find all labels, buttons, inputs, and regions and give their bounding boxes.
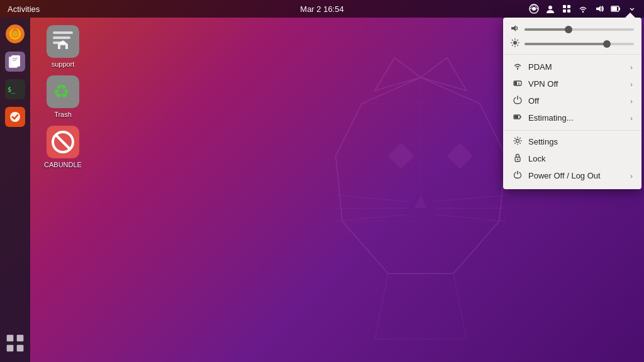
wifi-menu-item[interactable]: PDAM › — [503, 58, 641, 75]
volume-tray-icon[interactable] — [592, 2, 606, 16]
svg-rect-17 — [11, 55, 20, 67]
svg-line-64 — [517, 40, 518, 41]
power-mode-label: Off — [528, 96, 630, 106]
svg-rect-24 — [7, 335, 14, 342]
svg-line-54 — [453, 273, 467, 339]
svg-marker-42 — [447, 143, 474, 169]
svg-text:♻: ♻ — [53, 81, 70, 102]
settings-label: Settings — [528, 137, 633, 146]
svg-rect-3 — [563, 5, 566, 8]
dock-software[interactable] — [3, 104, 28, 129]
svg-point-7 — [582, 11, 584, 13]
svg-point-66 — [517, 69, 518, 70]
brightness-slider-icon — [511, 38, 519, 49]
svg-rect-26 — [7, 345, 14, 352]
svg-line-63 — [517, 45, 518, 46]
dock-firefox[interactable] — [3, 21, 28, 47]
svg-line-47 — [434, 195, 506, 201]
extensions-tray-icon[interactable] — [560, 2, 574, 16]
volume-slider-icon — [511, 24, 519, 35]
svg-point-76 — [517, 158, 518, 160]
svg-rect-27 — [17, 345, 24, 352]
svg-marker-8 — [596, 6, 601, 12]
svg-line-53 — [375, 273, 388, 339]
svg-rect-25 — [17, 335, 24, 342]
battery-arrow-icon: › — [630, 114, 633, 122]
dock: $_ — [0, 18, 30, 362]
topbar-datetime: Mar 2 16:54 — [300, 4, 343, 14]
lock-menu-icon — [512, 153, 523, 164]
vpn-arrow-icon: › — [630, 80, 633, 88]
battery-menu-item[interactable]: Estimating... › — [503, 109, 641, 126]
desktop-icons: support ♻ Trash CA — [38, 24, 88, 168]
menu-arrow — [625, 13, 635, 18]
lock-label: Lock — [528, 154, 633, 163]
svg-point-57 — [513, 41, 517, 45]
vpn-menu-item[interactable]: VPN Off › — [503, 75, 641, 92]
svg-line-44 — [336, 195, 408, 201]
svg-rect-5 — [563, 9, 566, 13]
svg-point-69 — [518, 83, 519, 84]
svg-line-49 — [434, 215, 506, 221]
dock-terminal[interactable]: $_ — [3, 77, 28, 102]
avatar-tray-icon[interactable] — [543, 2, 557, 16]
svg-marker-39 — [421, 58, 467, 90]
lock-menu-item[interactable]: Lock — [503, 150, 641, 167]
power-off-menu-icon — [512, 170, 523, 181]
svg-point-2 — [548, 6, 552, 9]
svg-line-65 — [512, 45, 513, 46]
svg-point-14 — [12, 31, 18, 37]
topbar-right — [527, 2, 639, 16]
topbar: Activities Mar 2 16:54 — [0, 0, 644, 18]
svg-marker-41 — [388, 143, 414, 169]
svg-rect-29 — [53, 31, 73, 34]
trash-desktop-icon[interactable]: ♻ Trash — [38, 74, 88, 118]
power-mode-menu-item[interactable]: Off › — [503, 92, 641, 109]
cabundle-desktop-icon[interactable]: CABUNDLE — [38, 124, 88, 168]
activities-button[interactable]: Activities — [5, 4, 42, 14]
power-off-arrow-icon: › — [630, 172, 633, 180]
svg-marker-43 — [414, 195, 428, 208]
settings-menu-item[interactable]: Settings — [503, 133, 641, 150]
chrome-tray-icon[interactable] — [527, 2, 541, 16]
wifi-tray-icon[interactable] — [576, 2, 590, 16]
svg-rect-6 — [567, 9, 570, 13]
svg-text:$_: $_ — [8, 86, 16, 94]
svg-rect-30 — [53, 36, 70, 39]
svg-point-74 — [516, 140, 519, 143]
cabundle-label: CABUNDLE — [44, 161, 82, 168]
brightness-slider-row — [511, 38, 634, 49]
support-label: support — [52, 60, 75, 68]
svg-marker-38 — [336, 77, 506, 273]
dock-files[interactable] — [3, 49, 28, 74]
volume-slider-track[interactable] — [525, 28, 634, 31]
svg-rect-68 — [514, 82, 517, 85]
svg-rect-73 — [514, 116, 518, 118]
svg-rect-4 — [567, 5, 570, 8]
power-off-label: Power Off / Log Out — [528, 171, 630, 180]
battery-status-label: Estimating... — [528, 113, 630, 123]
support-desktop-icon[interactable]: support — [38, 24, 88, 68]
brightness-slider-track[interactable] — [525, 43, 634, 45]
network-section: PDAM › VPN Off › — [503, 55, 641, 131]
svg-line-46 — [336, 215, 408, 221]
battery-menu-icon — [512, 112, 523, 123]
actions-section: Settings Lock — [503, 131, 641, 187]
sliders-section — [503, 18, 641, 55]
wifi-menu-icon — [512, 62, 523, 72]
wifi-label: PDAM — [528, 62, 630, 72]
svg-rect-19 — [13, 60, 16, 61]
power-off-menu-item[interactable]: Power Off / Log Out › — [503, 167, 641, 184]
system-menu: PDAM › VPN Off › — [503, 18, 641, 189]
dock-show-apps[interactable] — [3, 331, 28, 356]
battery-tray-icon[interactable] — [609, 2, 623, 16]
power-mode-menu-icon — [512, 96, 523, 106]
wifi-arrow-icon: › — [630, 63, 633, 71]
vpn-menu-icon — [512, 79, 523, 89]
topbar-left: Activities — [5, 4, 42, 14]
svg-rect-32 — [60, 45, 65, 49]
svg-line-62 — [512, 40, 513, 41]
settings-menu-icon — [512, 136, 523, 147]
svg-rect-72 — [520, 116, 521, 118]
desktop: Activities Mar 2 16:54 — [0, 0, 644, 362]
